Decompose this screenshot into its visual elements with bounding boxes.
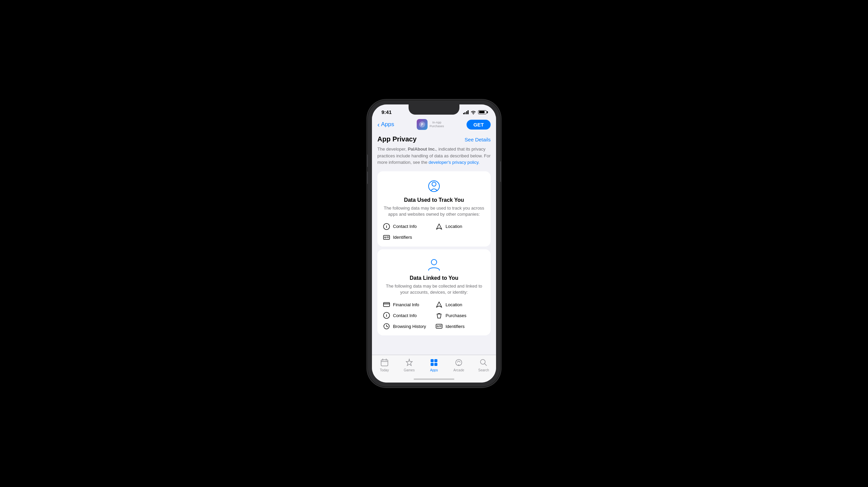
linked-financial-info: Financial Info: [383, 301, 433, 308]
tab-games[interactable]: Games: [397, 358, 421, 372]
linked-card: Data Linked to You The following data ma…: [377, 249, 491, 335]
svg-point-17: [437, 326, 438, 327]
svg-point-29: [480, 359, 485, 364]
linked-location: Location: [435, 301, 485, 308]
purchases-label: Purchases: [446, 313, 466, 318]
phone-device: 9:41 ‹ Apps: [368, 100, 500, 387]
apps-tab-label: Apps: [430, 368, 438, 372]
games-tab-label: Games: [404, 368, 415, 372]
notch: [409, 104, 459, 115]
financial-info-label: Financial Info: [393, 302, 419, 307]
id-card-icon-2: [435, 323, 443, 330]
volume-up-button[interactable]: [367, 155, 368, 167]
svg-rect-20: [381, 360, 388, 366]
privacy-header: App Privacy See Details The developer, P…: [372, 131, 496, 169]
location-arrow-icon-2: [435, 301, 443, 308]
privacy-policy-link[interactable]: developer's privacy policy.: [429, 160, 479, 165]
home-indicator: [414, 378, 454, 380]
status-time: 9:41: [381, 109, 392, 115]
wifi-icon: [471, 110, 476, 114]
back-button[interactable]: ‹ Apps: [377, 121, 394, 128]
info-circle-icon: i: [383, 223, 390, 230]
linked-browsing-history: Browsing History: [383, 323, 433, 330]
tracking-card-title: Data Used to Track You: [404, 197, 464, 203]
svg-text:P: P: [421, 123, 423, 126]
tab-apps[interactable]: Apps: [421, 358, 446, 372]
linked-card-subtitle: The following data may be collected and …: [383, 283, 485, 295]
power-button[interactable]: [500, 161, 501, 182]
today-icon: [380, 358, 389, 367]
linked-card-header: Data Linked to You The following data ma…: [383, 256, 485, 295]
tracking-icon: [426, 178, 442, 194]
linked-identifiers: Identifiers: [435, 323, 485, 330]
location-label-2: Location: [446, 302, 462, 307]
tracking-card: Data Used to Track You The following dat…: [377, 171, 491, 247]
signal-icon: [463, 110, 469, 114]
back-chevron-icon: ‹: [377, 121, 380, 128]
arcade-tab-label: Arcade: [453, 368, 464, 372]
tab-arcade[interactable]: Arcade: [447, 358, 471, 372]
svg-rect-26: [431, 363, 434, 366]
identifiers-label: Identifiers: [393, 235, 412, 240]
tracking-location: Location: [435, 223, 485, 230]
linked-contact-info: i Contact Info: [383, 312, 433, 319]
linked-card-title: Data Linked to You: [410, 275, 458, 281]
in-app-purchases-label: In-AppPurchases: [430, 121, 444, 128]
nav-bar: ‹ Apps P In-AppPurchases GET: [372, 116, 496, 131]
tracking-contact-info: i Contact Info: [383, 223, 433, 230]
contact-info-label-2: Contact Info: [393, 313, 417, 318]
svg-text:i: i: [386, 313, 387, 317]
games-icon: [405, 358, 414, 367]
linked-purchases: Purchases: [435, 312, 485, 319]
get-button[interactable]: GET: [467, 120, 491, 130]
app-icon: P: [417, 119, 428, 130]
svg-text:i: i: [386, 225, 387, 229]
linked-icon: [426, 256, 442, 272]
tab-search[interactable]: Search: [471, 358, 496, 372]
tracking-identifiers: Identifiers: [383, 234, 433, 241]
volume-down-button[interactable]: [367, 172, 368, 184]
screen-content[interactable]: App Privacy See Details The developer, P…: [372, 131, 496, 383]
identifiers-label-2: Identifiers: [446, 324, 465, 329]
nav-center: P In-AppPurchases: [394, 119, 467, 130]
search-tab-label: Search: [478, 368, 489, 372]
svg-rect-27: [434, 363, 437, 366]
svg-point-10: [431, 259, 437, 265]
linked-data-grid: Financial Info Location: [383, 301, 485, 330]
tracking-card-subtitle: The following data may be used to track …: [383, 205, 485, 217]
see-details-link[interactable]: See Details: [465, 137, 491, 142]
contact-info-label: Contact Info: [393, 224, 417, 229]
battery-icon: [478, 110, 487, 114]
privacy-description: The developer, PalAbout Inc., indicated …: [377, 146, 491, 166]
id-card-icon: [383, 234, 390, 241]
history-icon: [383, 323, 390, 330]
location-label: Location: [446, 224, 462, 229]
shopping-bag-icon: [435, 312, 443, 319]
search-icon: [479, 358, 488, 367]
svg-rect-24: [431, 359, 434, 362]
phone-screen: 9:41 ‹ Apps: [372, 104, 496, 383]
today-tab-label: Today: [380, 368, 389, 372]
tracking-data-grid: i Contact Info Location: [383, 223, 485, 241]
apps-icon: [429, 358, 439, 367]
back-label: Apps: [381, 121, 394, 128]
svg-rect-11: [383, 303, 390, 307]
svg-point-3: [432, 182, 436, 186]
svg-point-7: [384, 237, 386, 238]
info-circle-icon-2: i: [383, 312, 390, 319]
svg-rect-25: [434, 359, 437, 362]
svg-point-28: [458, 365, 459, 366]
tracking-card-header: Data Used to Track You The following dat…: [383, 178, 485, 217]
tab-today[interactable]: Today: [372, 358, 397, 372]
privacy-section-title: App Privacy: [377, 135, 417, 143]
browsing-history-label: Browsing History: [393, 324, 426, 329]
privacy-title-row: App Privacy See Details: [377, 135, 491, 143]
svg-line-30: [485, 364, 487, 366]
developer-name: PalAbout Inc.: [408, 147, 436, 152]
location-arrow-icon: [435, 223, 443, 230]
status-icons: [463, 110, 487, 114]
arcade-icon: [454, 358, 463, 367]
credit-card-icon: [383, 301, 390, 308]
